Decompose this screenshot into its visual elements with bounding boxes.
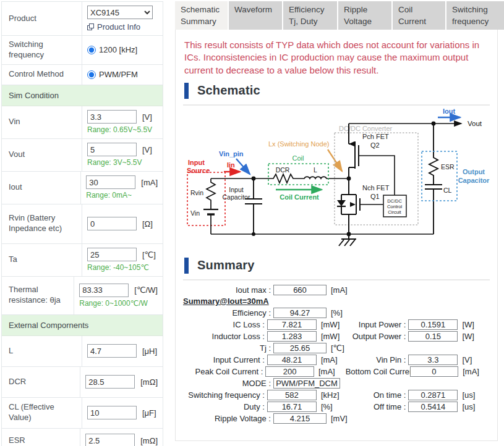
rvin-input[interactable] xyxy=(87,217,137,230)
ta-input[interactable] xyxy=(87,248,137,261)
product-label: Product xyxy=(2,2,82,35)
tab-schematic-summary[interactable]: Schematic Summary xyxy=(175,1,228,30)
control-method-label: Control Method xyxy=(2,65,82,85)
esr-input[interactable] xyxy=(85,434,135,446)
summary-title: Summary xyxy=(197,258,255,272)
mode-value[interactable]: PWM/PFM_DCM xyxy=(273,378,340,389)
row-switching-frequency: Switching frequency 1200 [kHz] xyxy=(2,36,163,65)
efficiency-value[interactable]: 94.27 xyxy=(273,308,327,318)
l-input[interactable] xyxy=(87,344,137,358)
row-rvin: Rvin (Battery Inpedance etc) [Ω] xyxy=(2,204,163,244)
input-current-value[interactable]: 48.21 xyxy=(267,355,317,365)
dcr-label: DCR xyxy=(2,367,80,397)
q2-arrow xyxy=(349,141,354,146)
input-power-unit: [W] xyxy=(458,320,490,329)
peak-coil-current-value[interactable]: 200 xyxy=(265,366,314,377)
heading-accent-bar xyxy=(184,83,189,99)
l-label: L xyxy=(314,166,317,174)
esr-label: ESR xyxy=(2,429,80,446)
tab-coil-current-input-current[interactable]: Coil Current Input Current xyxy=(393,1,445,30)
l-label: L xyxy=(2,336,82,366)
on-time-unit: [us] xyxy=(458,390,490,400)
dcr-unit: [mΩ] xyxy=(140,377,158,387)
nch-fet-label: Nch FET xyxy=(362,184,390,191)
product-info-link[interactable]: Product Info xyxy=(87,22,158,32)
switching-frequency-result-unit: [kHz] xyxy=(317,390,349,400)
row-control-method: Control Method PWM/PFM xyxy=(2,65,163,85)
q2-label: Q2 xyxy=(370,141,380,149)
on-time-label: On time : xyxy=(349,390,409,400)
cl-label: CL xyxy=(443,187,452,194)
inductor-loss-unit: [mW] xyxy=(317,332,349,341)
output-capacitor-label-1: Output xyxy=(463,168,485,175)
row-peak-coil-current: Peak Coil Current : 200 [mA] Bottom Coil… xyxy=(183,366,490,377)
node-vout xyxy=(432,121,436,125)
tab-ripple-voltage-vin-voltage[interactable]: Ripple Voltage Vin Voltage xyxy=(338,1,391,30)
row-input-current: Input Current : 48.21 [mA] Vin Pin : 3.3… xyxy=(183,354,490,366)
thermal-resistance-input[interactable] xyxy=(79,284,129,297)
switching-frequency-result-value[interactable]: 582 xyxy=(267,390,317,400)
vout-input[interactable] xyxy=(87,143,137,156)
switching-frequency-radio[interactable] xyxy=(87,46,96,54)
divider xyxy=(183,104,490,106)
bottom-coil-current-value[interactable]: 0 xyxy=(410,366,459,377)
on-time-value[interactable]: 0.2871 xyxy=(408,390,458,400)
switching-frequency-label: Switching frequency xyxy=(2,36,82,64)
off-time-unit: [us] xyxy=(458,402,490,411)
efficiency-label: Efficiency : xyxy=(183,308,273,318)
switching-frequency-result-label: Switching frequency : xyxy=(183,390,267,400)
duty-value[interactable]: 16.71 xyxy=(267,402,317,412)
input-power-value[interactable]: 0.1591 xyxy=(408,319,458,330)
vin-input[interactable] xyxy=(87,110,137,124)
thermal-resistance-range: Range: 0~1000℃/W xyxy=(79,299,158,308)
control-circuit-label-1: DC/DC xyxy=(387,198,402,204)
input-capacitor-label-1: Input xyxy=(229,186,243,193)
dcr-input[interactable] xyxy=(85,375,135,389)
iout-unit: [mA] xyxy=(141,178,158,187)
input-source-box xyxy=(187,172,225,225)
row-efficiency: Efficiency : 94.27 [%] xyxy=(183,307,490,319)
output-power-value[interactable]: 0.15 xyxy=(408,331,458,342)
inductor-loss-value[interactable]: 1.283 xyxy=(267,331,317,342)
section-header-external-components: External Compornents xyxy=(2,315,163,336)
ta-unit: [℃] xyxy=(142,250,156,259)
cl-input[interactable] xyxy=(87,406,137,419)
vin-pin-value[interactable]: 3.3 xyxy=(408,355,458,365)
input-power-label: Input Power : xyxy=(349,320,409,329)
product-select[interactable]: XC9145 xyxy=(87,6,153,19)
control-method-radio[interactable] xyxy=(87,70,96,79)
duty-label: Duty : xyxy=(183,402,267,411)
iout-range: Range: 0mA~ xyxy=(86,191,158,200)
iout-max-value[interactable]: 660 xyxy=(273,285,327,295)
divider xyxy=(183,279,490,280)
input-source-label-1: Input xyxy=(188,159,205,166)
summary-values: Iout max : 660 [mA] Summary@Iout=30mA Ef… xyxy=(183,284,490,424)
peak-coil-current-label: Peak Coil Current : xyxy=(183,367,265,376)
vout-unit: [V] xyxy=(142,145,152,154)
vin-pin-unit: [V] xyxy=(458,355,490,364)
input-capacitor-label-2: Capacitor xyxy=(223,193,250,201)
tab-waveform[interactable]: Waveform xyxy=(229,1,282,30)
ta-label: Ta xyxy=(2,244,82,276)
row-iout: Iout [mA] Range: 0mA~ xyxy=(2,172,163,204)
rvin-label: Rvin xyxy=(190,189,203,196)
ripple-voltage-value[interactable]: 4.215 xyxy=(273,413,327,424)
tab-efficiency-tj-duty[interactable]: Efficiency Tj, Duty xyxy=(283,1,337,30)
off-time-value[interactable]: 0.5414 xyxy=(408,402,458,412)
row-switching-frequency-result: Switching frequency : 582 [kHz] On time … xyxy=(183,389,490,401)
node-lx xyxy=(347,176,351,180)
tab-switching-frequency[interactable]: Switching frequency xyxy=(446,1,504,30)
tj-value[interactable]: 25.65 xyxy=(273,343,327,353)
vout-range: Range: 3V~5.5V xyxy=(87,158,158,167)
row-inductor-loss: Inductor Loss : 1.283 [mW] Output Power … xyxy=(183,330,490,342)
product-info-text: Product Info xyxy=(97,22,140,32)
external-window-icon xyxy=(87,23,94,30)
coil-current-label: Coil Current xyxy=(280,193,319,201)
mode-label: MODE : xyxy=(183,379,273,388)
ic-loss-value[interactable]: 7.821 xyxy=(267,319,317,330)
summary-subtitle: Summary@Iout=30mA xyxy=(183,296,490,307)
esr-unit: [mΩ] xyxy=(140,436,158,445)
output-power-unit: [W] xyxy=(458,332,490,341)
iout-input[interactable] xyxy=(86,175,135,189)
row-vout: Vout [V] Range: 3V~5.5V xyxy=(2,139,163,172)
